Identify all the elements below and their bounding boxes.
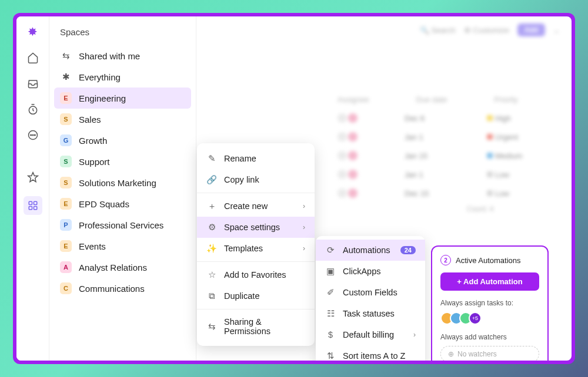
home-icon[interactable]: [26, 51, 40, 65]
timer-icon[interactable]: [26, 102, 40, 116]
automation-count-badge: 24: [400, 246, 416, 254]
menu-add-favorites[interactable]: ☆Add to Favorites: [197, 264, 315, 285]
share-icon: ⇆: [206, 321, 217, 332]
space-label: Events: [79, 241, 106, 251]
sidebar-item[interactable]: ⇆Shared with me: [54, 45, 191, 66]
sidebar-space-item[interactable]: SSolutions Marketing: [54, 172, 191, 193]
svg-point-4: [34, 134, 35, 136]
sidebar-item[interactable]: ✱Everything: [54, 66, 191, 87]
active-count-badge: 2: [440, 255, 451, 265]
submenu-clickapps[interactable]: ▣ClickApps: [316, 261, 425, 282]
menu-rename[interactable]: ✎Rename: [197, 148, 315, 169]
chevron-right-icon: ›: [303, 202, 305, 210]
wand-icon: ✨: [206, 243, 217, 254]
sidebar-space-item[interactable]: AAnalyst Relations: [54, 257, 191, 278]
automations-panel: 2 Active Automations + Add Automation Al…: [431, 245, 549, 361]
sidebar-item-label: Shared with me: [79, 51, 140, 61]
automation-icon: ⟳: [325, 245, 336, 255]
svg-rect-7: [29, 207, 32, 210]
space-label: Sales: [79, 115, 101, 124]
add-watchers-button[interactable]: ⊕ No watchers: [440, 346, 539, 361]
add-user-icon: ⊕: [448, 350, 454, 358]
chevron-right-icon: ›: [413, 331, 416, 339]
submenu-default-billing[interactable]: $Default billing›: [316, 324, 425, 345]
space-label: EPD Squads: [79, 199, 129, 209]
sidebar-space-item[interactable]: PProfessional Services: [54, 214, 191, 235]
table-row[interactable]: Jan 1Low: [338, 170, 560, 179]
sidebar-space-item[interactable]: EEPD Squads: [54, 193, 191, 214]
table-row[interactable]: Jan 15Medium: [338, 151, 560, 160]
panel-title: Active Automations: [456, 256, 521, 265]
add-button[interactable]: Add: [517, 23, 545, 36]
dropdown-icon[interactable]: ⌄: [553, 26, 560, 35]
space-badge: C: [60, 282, 72, 294]
chevron-right-icon: ›: [303, 223, 305, 231]
dollar-icon: $: [325, 329, 336, 340]
svg-rect-8: [34, 207, 36, 210]
menu-create-new[interactable]: ＋Create new›: [197, 196, 315, 217]
customize-action[interactable]: ⚙ Customize: [464, 26, 509, 35]
submenu-automations[interactable]: ⟳Automations24: [316, 240, 425, 261]
sidebar-space-item[interactable]: EEngineering: [54, 87, 191, 109]
col-due: Due date: [416, 95, 447, 104]
count-label: Count: 4: [467, 205, 560, 213]
space-badge: S: [60, 113, 72, 125]
space-label: Communications: [79, 284, 145, 294]
sidebar-space-item[interactable]: SSupport: [54, 151, 191, 172]
space-label: Growth: [79, 136, 107, 146]
sidebar-title: Spaces: [54, 25, 191, 45]
grid-icon[interactable]: [24, 196, 42, 215]
svg-rect-6: [34, 201, 36, 204]
sort-icon: ⇅: [325, 351, 336, 361]
space-badge: S: [60, 156, 72, 167]
space-badge: G: [60, 134, 72, 146]
share-icon: ⇆: [60, 50, 72, 62]
more-icon[interactable]: [26, 128, 40, 142]
watchers-label: Always add watchers: [440, 333, 539, 341]
menu-sharing[interactable]: ⇆Sharing & Permissions: [197, 312, 315, 341]
submenu-sort[interactable]: ⇅Sort items A to Z: [316, 345, 425, 361]
table-row[interactable]: Dec 15Low: [338, 188, 560, 198]
table-row[interactable]: Jan 1Urgent: [338, 132, 560, 142]
search-action[interactable]: 🔍 Search: [420, 26, 456, 35]
sidebar-space-item[interactable]: GGrowth: [54, 130, 191, 151]
inbox-icon[interactable]: [26, 76, 40, 90]
space-badge: E: [60, 92, 72, 104]
star-icon: ☆: [206, 270, 217, 280]
space-label: Professional Services: [79, 220, 163, 230]
space-badge: S: [60, 177, 72, 188]
submenu-custom-fields[interactable]: ✐Custom Fields: [316, 282, 425, 303]
sidebar-space-item[interactable]: EEvents: [54, 235, 191, 257]
nav-rail: ✸: [16, 16, 49, 361]
submenu-task-statuses[interactable]: ☷Task statuses: [316, 303, 425, 324]
assignee-avatars[interactable]: +5: [440, 312, 539, 325]
space-badge: P: [60, 219, 72, 231]
sidebar: Spaces ⇆Shared with me✱Everything EEngin…: [49, 16, 196, 361]
menu-copy-link[interactable]: 🔗Copy link: [197, 169, 315, 190]
avatar-more: +5: [469, 312, 482, 325]
menu-templates[interactable]: ✨Templates›: [197, 238, 315, 259]
sidebar-space-item[interactable]: CCommunications: [54, 278, 191, 299]
table-row[interactable]: Dec 6High: [338, 113, 560, 123]
add-automation-button[interactable]: + Add Automation: [440, 272, 539, 291]
copy-icon: ⧉: [206, 291, 217, 301]
pencil-icon: ✎: [206, 153, 217, 164]
space-label: Support: [79, 157, 110, 167]
plus-icon: ＋: [206, 201, 217, 211]
space-label: Analyst Relations: [79, 262, 147, 272]
list-icon: ☷: [325, 308, 336, 319]
space-settings-submenu: ⟳Automations24 ▣ClickApps ✐Custom Fields…: [316, 236, 425, 361]
space-context-menu: ✎Rename 🔗Copy link ＋Create new› ⚙Space s…: [197, 143, 315, 346]
svg-point-3: [32, 134, 34, 136]
sidebar-item-label: Everything: [79, 72, 121, 82]
menu-duplicate[interactable]: ⧉Duplicate: [197, 285, 315, 307]
app-logo[interactable]: ✸: [28, 25, 38, 39]
sidebar-space-item[interactable]: SSales: [54, 109, 191, 130]
network-icon: ✱: [60, 71, 72, 83]
menu-space-settings[interactable]: ⚙Space settings›: [197, 217, 315, 238]
apps-icon: ▣: [325, 266, 336, 277]
space-label: Engineering: [79, 93, 126, 103]
space-label: Solutions Marketing: [79, 178, 156, 188]
space-badge: E: [60, 240, 72, 252]
star-icon[interactable]: [26, 170, 40, 184]
